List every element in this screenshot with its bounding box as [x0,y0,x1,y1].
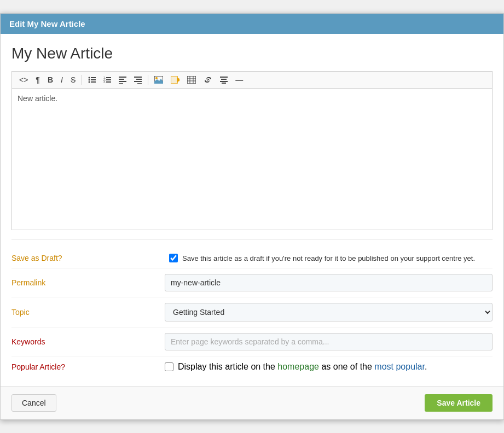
svg-rect-33 [220,81,228,82]
svg-rect-32 [221,79,227,80]
cancel-button[interactable]: Cancel [11,394,56,412]
svg-rect-34 [222,83,226,84]
bold-icon[interactable]: B [45,74,56,86]
svg-rect-17 [136,79,142,80]
svg-rect-5 [91,81,96,83]
keywords-label: Keywords [11,337,165,346]
modal-footer: Cancel Save Article [1,386,503,419]
permalink-row: Permalink my-new-article [11,268,493,297]
toolbar-separator-1 [82,75,82,85]
keywords-wrap [165,333,493,350]
svg-point-0 [89,77,90,79]
modal-header: Edit My New Article [1,14,503,34]
svg-rect-18 [134,81,142,82]
popular-checkbox[interactable] [165,362,173,371]
topic-label: Topic [11,308,165,317]
hr-icon[interactable]: — [233,74,246,86]
svg-rect-1 [91,77,96,78]
code-icon[interactable]: <> [16,74,31,86]
topic-row: Topic Getting Started General FAQ [11,297,493,327]
popular-row: Popular Article? Display this article on… [11,356,493,377]
paragraph-icon[interactable]: ¶ [33,74,43,86]
image-icon[interactable] [152,74,166,85]
svg-rect-3 [91,79,96,80]
toolbar-separator-2 [148,75,148,85]
save-article-button[interactable]: Save Article [425,394,493,412]
ordered-list-icon[interactable]: 1.2.3. [101,74,114,85]
article-form: Save as Draft? Save this article as a dr… [11,239,493,386]
permalink-label: Permalink [11,278,165,287]
editor-content: New article. [18,94,57,103]
svg-rect-9 [106,79,111,80]
draft-label: Save as Draft? [11,254,165,262]
strikethrough-icon[interactable]: S [68,74,78,86]
table-icon[interactable] [184,74,199,85]
modal-title: Edit My New Article [9,19,85,28]
popular-wrap: Display this article on the homepage as … [165,362,493,372]
svg-rect-14 [119,81,126,82]
edit-article-modal: Edit My New Article My New Article <> ¶ … [0,13,504,420]
align-center-icon[interactable] [217,74,230,85]
draft-description: Save this article as a draft if you're n… [182,254,475,262]
svg-rect-12 [119,77,126,78]
keywords-input[interactable] [165,333,493,350]
topic-wrap: Getting Started General FAQ [165,303,493,321]
svg-rect-16 [134,77,142,78]
svg-text:3.: 3. [103,80,106,84]
svg-marker-23 [177,78,179,82]
svg-rect-25 [187,76,196,84]
editor-toolbar: <> ¶ B I S 1.2.3. [11,71,493,88]
svg-rect-13 [119,79,124,80]
svg-point-2 [89,79,90,81]
popular-text-homepage: homepage [277,362,319,371]
link-icon[interactable] [201,74,215,85]
popular-label: Popular Article? [11,362,165,371]
align-right-icon[interactable] [131,74,144,85]
article-editor[interactable]: New article. [11,88,493,230]
popular-text-most-popular: most popular [374,362,425,371]
svg-rect-11 [106,81,111,83]
draft-row: Save as Draft? Save this article as a dr… [11,248,493,268]
svg-rect-15 [119,83,123,84]
modal-body: My New Article <> ¶ B I S 1.2.3. [1,34,503,386]
permalink-wrap: my-new-article [165,274,493,291]
svg-point-21 [155,77,158,79]
unordered-list-icon[interactable] [85,74,99,85]
article-title: My New Article [11,45,493,62]
svg-rect-19 [137,83,142,84]
svg-rect-31 [220,77,228,78]
draft-checkbox[interactable] [169,254,178,262]
svg-point-4 [89,81,90,83]
svg-rect-7 [106,77,111,78]
italic-icon[interactable]: I [58,74,66,86]
keywords-row: Keywords [11,327,493,356]
svg-line-30 [207,79,209,80]
permalink-input[interactable]: my-new-article [165,274,493,291]
topic-select[interactable]: Getting Started General FAQ [165,303,493,321]
align-left-icon[interactable] [116,74,129,85]
popular-description: Display this article on the homepage as … [178,362,427,372]
video-icon[interactable] [168,74,182,85]
svg-rect-24 [171,77,177,83]
